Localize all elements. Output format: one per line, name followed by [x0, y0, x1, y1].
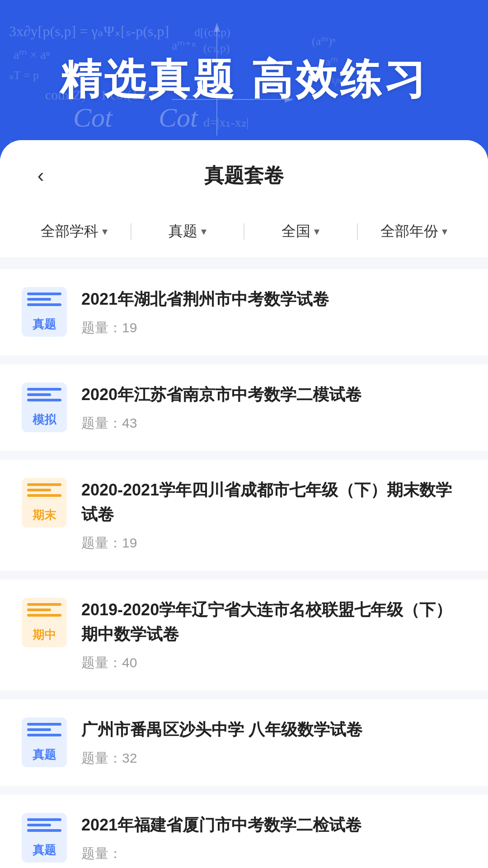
back-button[interactable]: ‹ [27, 162, 54, 189]
badge-label: 期中 [33, 627, 56, 643]
item-content: 2021年福建省厦门市中考数学二检试卷 题量： [81, 813, 466, 863]
main-card: ‹ 真题套卷 全部学科 ▾ 真题 ▾ 全国 ▾ 全部年份 ▾ [0, 140, 488, 868]
item-count: 题量：43 [81, 414, 466, 433]
badge-label: 期末 [33, 507, 56, 523]
item-title: 2021年福建省厦门市中考数学二检试卷 [81, 813, 466, 837]
item-count: 题量：19 [81, 534, 466, 552]
filter-type[interactable]: 真题 ▾ [131, 218, 244, 245]
badge-decoration [27, 723, 61, 739]
card-title: 真题套卷 [63, 162, 425, 189]
badge-decoration [27, 483, 61, 500]
item-title: 2020-2021学年四川省成都市七年级（下）期末数学试卷 [81, 478, 466, 527]
badge-qimo: 期末 [22, 478, 67, 528]
item-content: 2019-2020学年辽宁省大连市名校联盟七年级（下）期中数学试卷 题量：40 [81, 598, 466, 672]
filter-year[interactable]: 全部年份 ▾ [358, 218, 470, 245]
badge-decoration [27, 818, 61, 835]
hero-title: 精选真题 高效练习 [27, 54, 461, 104]
list-item[interactable]: 期末 2020-2021学年四川省成都市七年级（下）期末数学试卷 题量：19 [0, 460, 488, 571]
list-item[interactable]: 真题 2021年湖北省荆州市中考数学试卷 题量：19 [0, 269, 488, 355]
filter-year-arrow: ▾ [442, 225, 447, 238]
badge-qizhong: 期中 [22, 598, 67, 647]
item-content: 2021年湖北省荆州市中考数学试卷 题量：19 [81, 287, 466, 337]
filter-region[interactable]: 全国 ▾ [244, 218, 357, 245]
filter-region-arrow: ▾ [314, 225, 319, 238]
badge-label: 真题 [33, 316, 56, 332]
item-count: 题量：19 [81, 319, 466, 337]
item-title: 2019-2020学年辽宁省大连市名校联盟七年级（下）期中数学试卷 [81, 598, 466, 646]
item-count: 题量： [81, 844, 466, 863]
filter-bar: 全部学科 ▾ 真题 ▾ 全国 ▾ 全部年份 ▾ [0, 205, 488, 258]
item-title: 2021年湖北省荆州市中考数学试卷 [81, 287, 466, 311]
filter-region-label: 全国 [282, 222, 310, 241]
item-count: 题量：40 [81, 654, 466, 672]
badge-label: 真题 [33, 842, 56, 858]
badge-moni: 模拟 [22, 382, 67, 432]
badge-decoration [27, 388, 61, 404]
badge-zhenti: 真题 [22, 717, 67, 767]
filter-subject-label: 全部学科 [41, 222, 99, 241]
item-content: 2020年江苏省南京市中考数学二模试卷 题量：43 [81, 382, 466, 433]
filter-year-label: 全部年份 [380, 222, 438, 241]
item-content: 广州市番禺区沙头中学 八年级数学试卷 题量：32 [81, 717, 466, 768]
item-title: 2020年江苏省南京市中考数学二模试卷 [81, 382, 466, 407]
exam-list: 真题 2021年湖北省荆州市中考数学试卷 题量：19 模拟 2020年江苏省南 [0, 258, 488, 868]
list-item[interactable]: 期中 2019-2020学年辽宁省大连市名校联盟七年级（下）期中数学试卷 题量：… [0, 580, 488, 690]
badge-decoration [27, 603, 61, 619]
badge-decoration [27, 292, 61, 309]
back-icon: ‹ [38, 165, 44, 185]
filter-type-arrow: ▾ [201, 225, 206, 238]
badge-label: 模拟 [33, 412, 56, 428]
card-header: ‹ 真题套卷 [0, 140, 488, 205]
badge-zhenti: 真题 [22, 287, 67, 337]
item-title: 广州市番禺区沙头中学 八年级数学试卷 [81, 717, 466, 742]
list-item[interactable]: 模拟 2020年江苏省南京市中考数学二模试卷 题量：43 [0, 364, 488, 451]
badge-label: 真题 [33, 747, 56, 763]
item-count: 题量：32 [81, 749, 466, 768]
filter-subject-arrow: ▾ [102, 225, 108, 238]
list-item[interactable]: 真题 广州市番禺区沙头中学 八年级数学试卷 题量：32 [0, 699, 488, 786]
item-content: 2020-2021学年四川省成都市七年级（下）期末数学试卷 题量：19 [81, 478, 466, 552]
hero-section: 精选真题 高效练习 [0, 0, 488, 140]
filter-type-label: 真题 [169, 222, 197, 241]
badge-zhenti: 真题 [22, 813, 67, 863]
filter-subject[interactable]: 全部学科 ▾ [18, 218, 131, 245]
list-item[interactable]: 真题 2021年福建省厦门市中考数学二检试卷 题量： [0, 795, 488, 868]
